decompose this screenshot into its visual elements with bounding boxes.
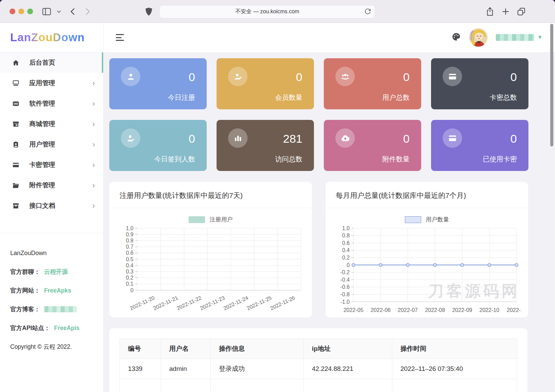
dashboard-content: 0今日注册0会员数量0用户总数0卡密总数0今日签到人数281访问总数0附件数量0… xyxy=(104,52,555,392)
footer-link-redacted xyxy=(44,306,77,312)
svg-text:2022-09: 2022-09 xyxy=(452,307,472,313)
stat-label: 会员数量 xyxy=(275,93,302,102)
stat-card: 0会员数量 xyxy=(217,58,314,109)
svg-text:2022-11-20: 2022-11-20 xyxy=(129,295,156,311)
reload-icon[interactable] xyxy=(364,8,371,17)
minimize-window-button[interactable] xyxy=(18,9,24,14)
table-header-cell: 用户名 xyxy=(161,339,211,359)
sidebar-item-shop[interactable]: 商城管理› xyxy=(0,114,103,134)
sidebar-menu-chevron-icon[interactable] xyxy=(54,6,64,17)
bar-chart-icon xyxy=(228,128,248,148)
tab-overview-icon[interactable] xyxy=(516,6,526,17)
stat-value: 0 xyxy=(296,70,302,84)
chevron-right-icon: › xyxy=(92,161,95,169)
new-tab-icon[interactable] xyxy=(501,6,511,17)
home-icon xyxy=(12,59,20,66)
sidebar-item-home[interactable]: 后台首页 xyxy=(0,52,103,73)
footer-link-row: 官方网站：FreeApks xyxy=(10,286,93,295)
stat-card: 0今日注册 xyxy=(109,58,207,109)
address-bar[interactable]: 不安全 — zou.koicms.com xyxy=(159,5,375,18)
chevron-right-icon: › xyxy=(92,79,95,87)
table-cell: 42.224.88.221 xyxy=(304,359,392,379)
svg-text:0: 0 xyxy=(130,287,133,293)
footer-link-value[interactable]: FreeApks xyxy=(44,287,72,294)
scrollbar-thumb[interactable] xyxy=(550,24,553,146)
topbar: ▼ xyxy=(104,23,555,52)
docs-icon xyxy=(12,202,20,209)
person-icon xyxy=(121,67,140,86)
close-window-button[interactable] xyxy=(10,9,15,14)
menu-toggle-icon[interactable] xyxy=(116,34,124,41)
footer-link-row: 官方API站点：FreeApis xyxy=(10,324,93,332)
svg-text:-0.2: -0.2 xyxy=(340,269,350,275)
svg-text:0.2: 0.2 xyxy=(126,275,133,281)
sidebar-nav: 后台首页应用管理›软件管理›商城管理›用户管理›卡密管理›附件管理›接口文档› xyxy=(0,52,103,216)
footer-link-row: 官方群聊：云程开源 xyxy=(10,268,93,276)
svg-text:0.7: 0.7 xyxy=(126,244,133,250)
sidebar-toggle-icon[interactable] xyxy=(42,6,52,17)
forward-button[interactable] xyxy=(82,6,93,17)
sidebar-item-card[interactable]: 卡密管理› xyxy=(0,155,103,175)
table-header-cell: 操作时间 xyxy=(392,339,517,359)
operation-log-table: 编号用户名操作信息ip地址操作时间 1339admin登录成功42.224.88… xyxy=(120,339,517,392)
chevron-right-icon: › xyxy=(92,181,95,189)
sidebar-footer-links: 官方群聊：云程开源官方网站：FreeApks官方博客：官方API站点：FreeA… xyxy=(10,268,93,332)
chevron-right-icon: › xyxy=(92,202,95,210)
privacy-shield-icon[interactable] xyxy=(144,6,154,17)
footer-link-value[interactable]: FreeApis xyxy=(54,325,80,332)
sidebar-item-label: 商城管理 xyxy=(29,120,92,128)
svg-text:2022-06: 2022-06 xyxy=(370,307,391,313)
sidebar-footer: LanZouDown 官方群聊：云程开源官方网站：FreeApks官方博客：官方… xyxy=(0,233,103,351)
table-cell: admin xyxy=(161,359,211,379)
folder-icon xyxy=(12,182,20,189)
share-icon[interactable] xyxy=(485,6,495,17)
footer-link-label: 官方API站点： xyxy=(10,324,50,332)
chevron-down-icon: ▼ xyxy=(537,34,543,41)
user-menu[interactable]: ▼ xyxy=(496,34,543,41)
theme-palette-icon[interactable] xyxy=(451,32,461,43)
legend-label: 用户数量 xyxy=(426,216,449,223)
footer-link-label: 官方群聊： xyxy=(10,268,40,276)
zoom-window-button[interactable] xyxy=(27,9,33,14)
sidebar-item-label: 卡密管理 xyxy=(29,160,92,169)
table-header-row: 编号用户名操作信息ip地址操作时间 xyxy=(120,339,517,359)
back-button[interactable] xyxy=(67,6,78,17)
stat-card: 0附件数量 xyxy=(324,120,421,171)
person-edit-icon xyxy=(121,128,140,148)
sidebar-item-label: 用户管理 xyxy=(29,140,92,149)
svg-text:2022-10: 2022-10 xyxy=(479,307,499,313)
person-check-icon xyxy=(228,67,248,86)
stat-value: 0 xyxy=(403,132,410,145)
sidebar-item-software[interactable]: 软件管理› xyxy=(0,93,103,114)
sidebar-item-user[interactable]: 用户管理› xyxy=(0,134,103,155)
chart-legend[interactable]: 用户数量 xyxy=(326,216,528,223)
chart-legend[interactable]: 注册用户 xyxy=(109,216,312,223)
svg-text:1.0: 1.0 xyxy=(126,225,133,231)
stat-value: 281 xyxy=(283,132,302,145)
svg-text:0.4: 0.4 xyxy=(342,247,350,253)
sidebar-item-label: 接口文档 xyxy=(29,201,92,210)
sidebar-item-folder[interactable]: 附件管理› xyxy=(0,175,103,195)
sidebar-item-app[interactable]: 应用管理› xyxy=(0,73,103,93)
stat-card: 0已使用卡密 xyxy=(431,120,528,171)
username-redacted xyxy=(496,34,534,41)
sidebar-item-label: 附件管理 xyxy=(29,181,92,190)
footer-link-value[interactable]: 云程开源 xyxy=(44,268,68,276)
svg-text:0.8: 0.8 xyxy=(342,233,350,238)
stat-value: 0 xyxy=(510,70,517,84)
svg-text:0.6: 0.6 xyxy=(126,250,133,256)
svg-text:0.3: 0.3 xyxy=(126,269,133,275)
svg-text:2022-11-25: 2022-11-25 xyxy=(246,295,272,311)
people-icon xyxy=(335,67,355,86)
stat-label: 访问总数 xyxy=(275,155,302,164)
avatar[interactable] xyxy=(469,28,488,47)
browser-toolbar: 不安全 — zou.koicms.com xyxy=(0,0,555,23)
bar-chart: 1.00.90.80.70.60.50.40.30.20.102022-11-2… xyxy=(115,225,306,315)
svg-text:-0.8: -0.8 xyxy=(340,292,350,297)
stat-value: 0 xyxy=(189,132,195,145)
card-icon xyxy=(12,161,20,169)
logo[interactable]: LanZouDown xyxy=(0,23,103,52)
sidebar-item-docs[interactable]: 接口文档› xyxy=(0,195,103,216)
svg-text:2022-11-22: 2022-11-22 xyxy=(176,295,202,311)
table-body: 1339admin登录成功42.224.88.2212022–11–26 07:… xyxy=(120,359,517,392)
